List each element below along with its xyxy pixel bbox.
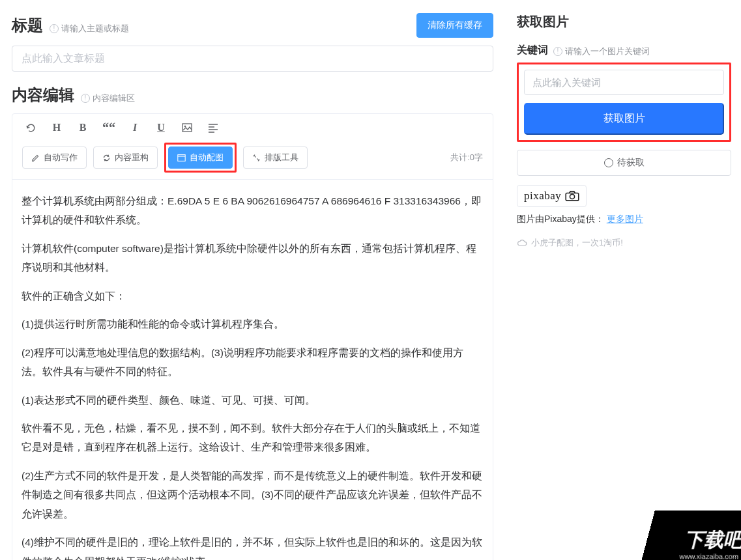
auto-image-label: 自动配图 — [190, 152, 224, 163]
attribution: 图片由Pixabay提供： 更多图片 — [517, 214, 731, 225]
title-group: 标题 ! 请输入主题或标题 — [12, 15, 129, 36]
keyword-input[interactable] — [524, 70, 724, 95]
content-hint: ! 内容编辑区 — [81, 92, 135, 104]
pencil-icon — [31, 154, 40, 162]
keyword-label-row: 关键词 ! 请输入一个图片关键词 — [517, 44, 731, 57]
keyword-highlight-box: 获取图片 — [517, 63, 731, 142]
underline-icon[interactable]: U — [155, 122, 167, 133]
watermark: 下载吧 www.xiazaiba.com — [641, 511, 741, 560]
restructure-label: 内容重构 — [115, 152, 149, 163]
pending-label: 待获取 — [617, 157, 645, 169]
layout-tool-button[interactable]: 排版工具 — [243, 147, 308, 169]
content-label: 内容编辑 — [12, 85, 74, 105]
editor-paragraph: (2)生产方式不同的软件是开发，是人类智能的高发挥，而不是传统意义上的硬件制造。… — [22, 466, 484, 524]
svg-point-9 — [570, 194, 575, 199]
title-hint: ! 请输入主题或标题 — [50, 23, 129, 35]
pending-button[interactable]: 待获取 — [517, 150, 731, 176]
side-panel: 获取图片 关键词 ! 请输入一个图片关键词 获取图片 待获取 pixabay 图… — [505, 0, 741, 560]
editor-paragraph: (2)程序可以满意地处理信息的数据结构。(3)说明程序功能要求和程序需要的文档的… — [22, 343, 484, 382]
editor-paragraph: 整个计算机系统由两部分组成：E.69DA 5 E 6 BA 9062616964… — [22, 191, 484, 230]
info-icon: ! — [50, 24, 59, 33]
pixabay-logo-text: pixabay — [524, 189, 561, 203]
keyword-hint-text: 请输入一个图片关键词 — [565, 46, 650, 57]
restructure-button[interactable]: 内容重构 — [93, 147, 158, 169]
editor-paragraph: (4)维护不同的硬件是旧的，理论上软件是旧的，并不坏，但实际上软件也是旧的和坏的… — [22, 533, 484, 560]
content-header: 内容编辑 ! 内容编辑区 — [12, 85, 493, 105]
action-toolbar: 自动写作 内容重构 自动配图 排版工具 共计:0字 — [22, 143, 483, 173]
refresh-icon — [102, 154, 111, 162]
word-count: 共计:0字 — [450, 152, 483, 163]
clear-cache-button[interactable]: 清除所有缓存 — [416, 13, 493, 38]
format-toolbar: H B ““ I U — [22, 122, 483, 133]
heading-icon[interactable]: H — [51, 122, 63, 133]
auto-write-button[interactable]: 自动写作 — [22, 147, 87, 169]
attribution-prefix: 图片由Pixabay提供： — [517, 214, 604, 224]
info-icon: ! — [553, 47, 562, 56]
tip-row: 小虎子配图，一次1淘币! — [517, 237, 731, 249]
italic-icon[interactable]: I — [129, 122, 141, 133]
circle-icon — [604, 158, 613, 167]
keyword-label: 关键词 — [517, 44, 548, 57]
editor-wrapper: H B ““ I U 自动写作 内容重构 — [12, 113, 493, 560]
more-images-link[interactable]: 更多图片 — [607, 214, 643, 224]
editor-paragraph: (1)表达形式不同的硬件类型、颜色、味道、可见、可摸、可闻。 — [22, 391, 484, 410]
content-hint-text: 内容编辑区 — [93, 92, 135, 104]
editor-paragraph: 计算机软件(computer software)是指计算机系统中除硬件以外的所有… — [22, 239, 484, 277]
watermark-url: www.xiazaiba.com — [649, 552, 738, 560]
fetch-image-button[interactable]: 获取图片 — [524, 103, 724, 135]
quote-icon[interactable]: ““ — [103, 122, 115, 133]
editor-paragraph: (1)提供运行时所需功能和性能的命令或计算机程序集合。 — [22, 315, 484, 333]
cloud-icon — [517, 239, 527, 247]
auto-image-highlight: 自动配图 — [164, 143, 237, 173]
title-header: 标题 ! 请输入主题或标题 清除所有缓存 — [12, 13, 493, 38]
editor-content[interactable]: 整个计算机系统由两部分组成：E.69DA 5 E 6 BA 9062616964… — [12, 180, 493, 560]
title-input[interactable] — [12, 46, 493, 72]
watermark-text: 下载吧 — [654, 530, 741, 550]
undo-icon[interactable] — [25, 122, 36, 133]
svg-rect-6 — [178, 154, 185, 161]
align-icon[interactable] — [207, 122, 219, 133]
auto-image-button[interactable]: 自动配图 — [168, 147, 233, 169]
main-panel: 标题 ! 请输入主题或标题 清除所有缓存 内容编辑 ! 内容编辑区 H B ““… — [0, 0, 505, 560]
svg-point-1 — [184, 126, 186, 128]
layout-tool-label: 排版工具 — [265, 152, 298, 163]
pixabay-badge: pixabay — [517, 185, 587, 207]
keyword-hint: ! 请输入一个图片关键词 — [553, 46, 650, 57]
editor-toolbar: H B ““ I U 自动写作 内容重构 — [12, 114, 493, 180]
side-title: 获取图片 — [517, 13, 731, 31]
image-icon[interactable] — [181, 122, 193, 133]
tip-text: 小虎子配图，一次1淘币! — [531, 237, 623, 249]
window-icon — [177, 154, 186, 162]
bold-icon[interactable]: B — [77, 122, 89, 133]
title-hint-text: 请输入主题或标题 — [61, 23, 129, 35]
auto-write-label: 自动写作 — [44, 152, 78, 163]
editor-paragraph: 软件的正确含义如下： — [22, 287, 484, 305]
camera-icon — [565, 191, 579, 201]
info-icon: ! — [81, 94, 90, 103]
title-label: 标题 — [12, 15, 43, 36]
tools-icon — [252, 154, 261, 162]
editor-paragraph: 软件看不见，无色，枯燥，看不见，摸不到，闻不到。软件大部分存在于人们的头脑或纸上… — [22, 419, 484, 457]
